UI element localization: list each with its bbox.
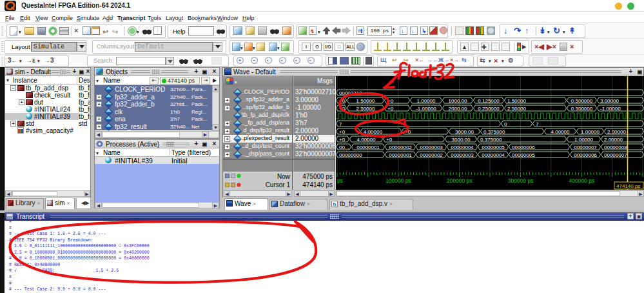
svg-text:4.00000: 4.00000 <box>551 129 570 135</box>
svg-text:0.125000: 0.125000 <box>478 98 500 104</box>
svg-text:00000003: 00000003 <box>451 152 474 158</box>
svg-text:00000008: 00000008 <box>604 145 627 150</box>
svg-text:0: 0 <box>504 121 507 127</box>
svg-text:+0: +0 <box>405 129 411 135</box>
svg-text:4.00000: 4.00000 <box>357 137 376 143</box>
svg-text:00000002: 00000002 <box>389 145 412 150</box>
svg-text:3000.00: 3000.00 <box>452 137 471 143</box>
svg-text:3000.00: 3000.00 <box>455 129 474 135</box>
svg-text:+0: +0 <box>387 106 394 112</box>
svg-text:300000 ps: 300000 ps <box>508 177 534 184</box>
svg-text:4.00000: 4.00000 <box>364 129 382 135</box>
svg-text:3.00000: 3.00000 <box>600 98 619 104</box>
svg-text:1.00000: 1.00000 <box>581 129 600 135</box>
svg-text:2000.00: 2000.00 <box>449 106 467 112</box>
svg-text:0.375000: 0.375000 <box>483 129 505 135</box>
svg-text:00000004: 00000004 <box>482 152 505 158</box>
svg-text:ps: ps <box>337 177 343 184</box>
svg-text:474140 ps: 474140 ps <box>616 183 640 189</box>
svg-text:-1.00000: -1.00000 <box>416 106 436 112</box>
svg-text:-1.00000: -1.00000 <box>600 106 621 112</box>
svg-text:+0: +0 <box>339 129 346 135</box>
svg-text:2.50000: 2.50000 <box>356 106 375 112</box>
svg-text:00000005: 00000005 <box>512 152 535 158</box>
svg-text:0.250000: 0.250000 <box>478 106 500 112</box>
svg-text:1.50000: 1.50000 <box>356 98 375 104</box>
svg-text:00002710: 00002710 <box>339 90 362 96</box>
svg-text:0.500000: 0.500000 <box>571 106 593 112</box>
svg-text:1000.00: 1000.00 <box>449 98 467 104</box>
svg-text:00000007: 00000007 <box>574 145 597 150</box>
svg-text:00000001: 00000001 <box>356 145 380 150</box>
svg-text:1.00000: 1.00000 <box>417 98 436 104</box>
svg-text:+0: +0 <box>386 137 393 143</box>
svg-text:1.00000: 1.00000 <box>574 137 593 143</box>
svg-text:+0: +0 <box>339 137 346 143</box>
svg-text:00000007: 00000007 <box>604 152 627 158</box>
svg-text:7: 7 <box>339 121 342 127</box>
svg-text:0.375000: 0.375000 <box>480 137 502 143</box>
svg-text:00000004: 00000004 <box>451 145 474 150</box>
svg-text:400000 ps: 400000 ps <box>569 177 595 184</box>
svg-text:100000 ps: 100000 ps <box>385 177 411 184</box>
svg-text:7: 7 <box>536 121 539 127</box>
svg-text:00...: 00... <box>339 145 349 150</box>
svg-text:00000001: 00000001 <box>389 152 412 158</box>
svg-text:00000006: 00000006 <box>574 152 597 158</box>
svg-text:2.50000: 2.50000 <box>507 106 526 112</box>
svg-text:00000005: 00000005 <box>482 145 505 150</box>
svg-text:+0: +0 <box>339 98 346 104</box>
svg-text:00000002: 00000002 <box>420 152 443 158</box>
svg-text:00000003: 00000003 <box>420 145 443 150</box>
svg-text:2.00000: 2.00000 <box>604 137 623 143</box>
svg-text:1.50000: 1.50000 <box>507 98 526 104</box>
svg-text:0.500000: 0.500000 <box>571 98 593 104</box>
svg-text:00000000: 00000000 <box>339 152 362 158</box>
svg-text:+0: +0 <box>387 98 394 104</box>
svg-text:200000 ps: 200000 ps <box>447 177 473 184</box>
svg-text:2.00000: 2.00000 <box>607 129 626 135</box>
svg-text:+0: +0 <box>339 106 346 112</box>
svg-text:00000006: 00000006 <box>512 145 535 150</box>
